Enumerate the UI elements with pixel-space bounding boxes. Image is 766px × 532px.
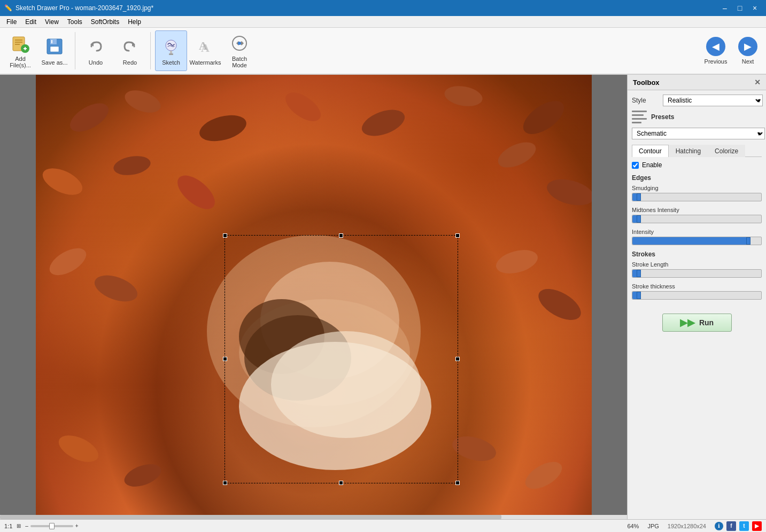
zoom-minus-icon[interactable]: –: [25, 523, 28, 529]
menu-tools[interactable]: Tools: [63, 17, 87, 27]
zoom-slider-area[interactable]: – +: [25, 523, 78, 529]
stroke-length-slider[interactable]: [632, 269, 762, 278]
toolbar-nav: ◀ Previous ▶ Next: [702, 30, 762, 71]
midtones-slider[interactable]: [632, 215, 762, 223]
previous-label: Previous: [705, 58, 728, 65]
run-label: Run: [699, 318, 714, 327]
presets-label: Presets: [651, 113, 674, 121]
batch-mode-label: Batch Mode: [226, 56, 253, 68]
sketch-label: Sketch: [162, 59, 180, 66]
midtones-slider-row: Midtones Intensity: [632, 207, 762, 223]
batch-icon: [229, 33, 250, 53]
stroke-thickness-slider[interactable]: [632, 291, 762, 300]
enable-row: Enable: [632, 161, 762, 169]
svg-point-13: [166, 40, 176, 51]
presets-icon: [632, 111, 647, 123]
maximize-button[interactable]: □: [733, 1, 747, 15]
style-label: Style: [632, 97, 659, 104]
intensity-slider-row: Intensity: [632, 229, 762, 245]
svg-rect-2: [15, 42, 22, 43]
leaves-svg: [36, 75, 592, 519]
svg-rect-1: [15, 40, 22, 41]
svg-point-44: [121, 460, 164, 491]
svg-rect-15: [169, 53, 173, 55]
svg-point-33: [91, 270, 141, 307]
midtones-thumb[interactable]: [637, 215, 641, 223]
minimize-button[interactable]: –: [718, 1, 732, 15]
style-row: Style Realistic Artistic Sketch Manga ▼: [632, 95, 762, 106]
hscroll-thumb[interactable]: [0, 515, 501, 519]
previous-button[interactable]: ◀ Previous: [702, 30, 730, 71]
run-button-container: ▶▶ Run: [632, 305, 762, 332]
redo-button[interactable]: Redo: [114, 30, 146, 71]
menu-help[interactable]: Help: [123, 17, 145, 27]
watermarks-button[interactable]: A A Watermarks: [189, 30, 221, 71]
svg-point-30: [494, 137, 539, 173]
intensity-slider[interactable]: [632, 237, 762, 245]
statusbar-right: 64% JPG 1920x1280x24 ℹ f t ▶: [627, 521, 762, 531]
add-file-label: Add File(s)...: [7, 56, 34, 68]
add-file-button[interactable]: Add File(s)...: [4, 30, 36, 71]
svg-point-19: [238, 42, 241, 45]
horizontal-scrollbar[interactable]: [0, 515, 627, 519]
enable-checkbox[interactable]: [632, 162, 639, 169]
svg-point-23: [280, 87, 325, 127]
watermarks-label: Watermarks: [190, 59, 221, 66]
image-dimensions: 1920x1280x24: [668, 523, 706, 529]
menu-file[interactable]: File: [2, 17, 21, 27]
twitter-icon[interactable]: t: [739, 521, 749, 531]
presets-select-row: Schematic Classic Modern Fine Art ▼: [632, 128, 762, 139]
zoom-thumb[interactable]: [49, 523, 55, 529]
toolbox-header: Toolbox ✕: [628, 75, 766, 90]
svg-rect-10: [51, 40, 52, 43]
menu-view[interactable]: View: [41, 17, 63, 27]
smudging-slider[interactable]: [632, 193, 762, 201]
next-button[interactable]: ▶ Next: [734, 30, 762, 71]
toolbox-close-button[interactable]: ✕: [754, 78, 761, 87]
style-select[interactable]: Realistic Artistic Sketch Manga: [663, 95, 763, 106]
strokes-section-header: Strokes: [632, 251, 762, 258]
undo-button[interactable]: Undo: [80, 30, 112, 71]
svg-point-28: [112, 153, 152, 178]
intensity-thumb[interactable]: [746, 237, 750, 245]
edges-section-header: Edges: [632, 174, 762, 182]
smudging-thumb[interactable]: [637, 193, 641, 201]
info-icon[interactable]: ℹ: [715, 522, 723, 530]
svg-point-34: [493, 246, 540, 277]
svg-point-31: [544, 175, 591, 210]
svg-rect-3: [15, 44, 20, 45]
menubar: File Edit View Tools SoftOrbits Help: [0, 16, 766, 28]
close-button[interactable]: ×: [748, 1, 762, 15]
svg-point-42: [271, 331, 421, 438]
smudging-label: Smudging: [632, 185, 762, 191]
stroke-length-thumb[interactable]: [637, 270, 641, 277]
canvas-area[interactable]: [0, 75, 627, 519]
youtube-icon[interactable]: ▶: [752, 521, 762, 531]
redo-label: Redo: [123, 59, 137, 66]
smudging-slider-row: Smudging: [632, 185, 762, 201]
tab-contour[interactable]: Contour: [632, 145, 669, 157]
tab-colorize[interactable]: Colorize: [708, 145, 745, 157]
undo-label: Undo: [89, 59, 103, 66]
facebook-icon[interactable]: f: [726, 521, 736, 531]
zoom-plus-icon[interactable]: +: [75, 523, 79, 529]
tab-hatching[interactable]: Hatching: [669, 145, 708, 157]
sketch-button[interactable]: Sketch: [155, 30, 187, 71]
batch-mode-button[interactable]: Batch Mode: [223, 30, 256, 71]
statusbar-left: 1:1 ⊞ – +: [4, 523, 79, 529]
stroke-thickness-thumb[interactable]: [637, 292, 641, 299]
run-button[interactable]: ▶▶ Run: [662, 314, 732, 332]
save-as-button[interactable]: Save as...: [38, 30, 71, 71]
toolbar-sep-2: [150, 32, 151, 69]
menu-edit[interactable]: Edit: [21, 17, 41, 27]
svg-rect-9: [50, 46, 59, 52]
svg-point-27: [38, 163, 86, 200]
tabs: Contour Hatching Colorize: [632, 145, 762, 157]
watermarks-icon: A A: [195, 36, 216, 57]
next-label: Next: [742, 58, 754, 65]
zoom-track[interactable]: [30, 525, 73, 527]
menu-softorbits[interactable]: SoftOrbits: [87, 17, 123, 27]
previous-arrow-icon: ◀: [706, 37, 725, 56]
presets-select[interactable]: Schematic Classic Modern Fine Art: [632, 128, 765, 139]
main-area: Toolbox ✕ Style Realistic Artistic Sketc…: [0, 75, 766, 519]
